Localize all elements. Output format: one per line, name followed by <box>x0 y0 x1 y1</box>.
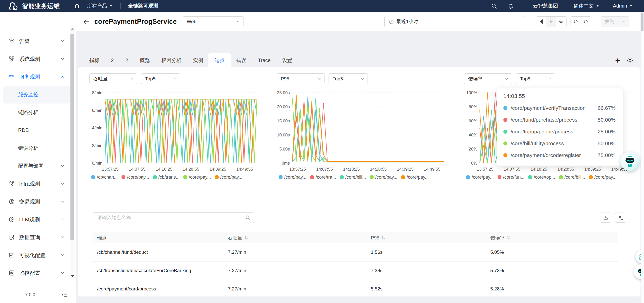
legend-item[interactable]: /core/pay... <box>122 175 149 180</box>
legend-item[interactable]: /core/fun... <box>498 175 525 180</box>
chart-canvas[interactable]: 8/min6/min4/min2/min0/min13:57:2514:07:5… <box>89 89 259 174</box>
sidebar-item-LLM观测[interactable]: LLM观测 <box>0 211 70 228</box>
time-forward-button[interactable] <box>546 17 556 27</box>
throughput-chart: 吞吐量Top58/min6/min4/min2/min0/min13:57:25… <box>89 73 259 180</box>
caret-down-icon <box>109 4 113 8</box>
svg-text:14:39:25: 14:39:25 <box>210 167 226 172</box>
compare-select[interactable]: 关闭 <box>601 16 629 27</box>
legend-item[interactable]: /core/pay... <box>466 175 494 180</box>
sidebar-subitem-链路分析[interactable]: 链路分析 <box>0 104 70 121</box>
metric-select-value: P95 <box>281 76 289 82</box>
column-header-P95[interactable]: P95⇅ <box>367 235 486 241</box>
topn-select[interactable]: Top5 <box>141 73 180 84</box>
time-back-button[interactable] <box>536 17 546 27</box>
sidebar-item-交易观测[interactable]: 交易观测 <box>0 193 70 211</box>
topn-select[interactable]: Top5 <box>329 73 368 84</box>
legend-item[interactable]: /cb/trans... <box>153 175 180 180</box>
add-panel-button[interactable]: + <box>615 56 620 65</box>
legend-item[interactable]: /core/pay... <box>370 175 397 180</box>
metric-select[interactable]: 吞吐量 <box>89 73 137 84</box>
column-header-吞吐量[interactable]: 吞吐量⇅ <box>224 235 367 241</box>
column-settings-button[interactable] <box>615 213 626 223</box>
refresh-button[interactable] <box>571 17 581 27</box>
products-menu[interactable]: 所有产品 <box>87 3 113 9</box>
tab-指标[interactable]: 指标 <box>89 53 99 67</box>
tooltip-rows: /core/payment/verifyTransaction66.67%/co… <box>503 102 616 161</box>
assistant-avatar[interactable] <box>620 152 639 171</box>
p95-chart: P95Top525.00s20.00s15.00s10.00s5.00s0ms1… <box>277 73 447 180</box>
tab-2[interactable]: 2 <box>111 53 114 67</box>
tab-Trace[interactable]: Trace <box>258 53 270 67</box>
svg-text:14:28:55: 14:28:55 <box>183 167 199 172</box>
search-icon[interactable] <box>491 3 497 9</box>
sidebar-scrollbar-thumb[interactable] <box>70 34 74 240</box>
chevron-down-icon <box>548 77 552 81</box>
sidebar-subitem-错误分析[interactable]: 错误分析 <box>0 139 70 157</box>
sidebar-item-Infra观测[interactable]: Infra观测 <box>0 175 70 193</box>
caret-down-icon <box>629 4 633 8</box>
gear-icon[interactable] <box>627 57 633 64</box>
tab-概览[interactable]: 概览 <box>140 53 150 67</box>
download-button[interactable] <box>600 213 611 223</box>
chevron-down-icon <box>361 77 364 81</box>
legend-item[interactable]: /core/top... <box>528 175 555 180</box>
org-name[interactable]: 云智慧集团 <box>533 3 558 9</box>
sidebar-subitem-服务监控[interactable]: 服务监控 <box>3 86 70 104</box>
sidebar-scrollbar[interactable] <box>70 26 75 279</box>
page-scrollbar-thumb[interactable] <box>641 13 643 31</box>
notifications-bell-icon[interactable] <box>508 3 514 9</box>
table-row[interactable]: /core/payment/card/process7.27/min5.52s5… <box>93 280 618 298</box>
sort-icon[interactable]: ⇅ <box>507 235 510 241</box>
tab-实例[interactable]: 实例 <box>193 53 203 67</box>
legend-item[interactable]: /core/pay... <box>279 175 306 180</box>
auto-refresh-button[interactable] <box>581 17 591 27</box>
chart-canvas[interactable]: 25.00s20.00s15.00s10.00s5.00s0ms13:57:25… <box>277 89 447 174</box>
legend-item[interactable]: /cb/chan... <box>91 175 118 180</box>
scroll-up-arrow-icon[interactable] <box>71 28 74 30</box>
column-label: P95 <box>371 235 379 241</box>
scroll-down-arrow-icon[interactable] <box>71 275 74 277</box>
home-button[interactable] <box>74 3 80 9</box>
page-scrollbar[interactable] <box>641 12 644 303</box>
sort-icon[interactable]: ⇅ <box>381 235 385 241</box>
column-header-错误率[interactable]: 错误率⇅ <box>486 235 618 241</box>
back-button[interactable] <box>83 18 90 25</box>
topn-select[interactable]: Top5 <box>516 73 555 84</box>
sidebar-item-数据查询...[interactable]: 数据查询... <box>0 228 70 246</box>
metric-select[interactable]: P95 <box>277 73 325 84</box>
active-product-link[interactable]: 全链路可观测 <box>128 3 158 9</box>
app-type-select[interactable]: Web <box>183 16 244 27</box>
legend-item[interactable]: /core/pay... <box>401 175 429 180</box>
legend-item[interactable]: /core/pay... <box>589 175 617 180</box>
tab-2[interactable]: 2 <box>125 53 128 67</box>
sidebar-subitem-配置与部署[interactable]: 配置与部署 <box>0 157 70 175</box>
chart-legend: /core/pay.../core/fun.../core/top.../cor… <box>464 175 634 180</box>
tab-错误[interactable]: 错误 <box>236 53 246 67</box>
language-select[interactable]: 简体中文 <box>574 3 599 9</box>
sidebar-item-可视化配置[interactable]: 可视化配置 <box>0 246 70 264</box>
legend-item[interactable]: /core/pay... <box>183 175 211 180</box>
chevron-down-icon <box>61 182 64 186</box>
legend-item[interactable]: /core/bill... <box>340 175 366 180</box>
legend-item[interactable]: /core/pay... <box>215 175 243 180</box>
time-range-picker[interactable]: 最近1小时 <box>384 16 525 27</box>
tab-根因分析[interactable]: 根因分析 <box>161 53 181 67</box>
sidebar-item-服务观测[interactable]: 服务观测 <box>0 68 70 86</box>
endpoint-search-input[interactable] <box>93 212 254 223</box>
collapse-sidebar-button[interactable] <box>61 291 68 298</box>
metric-select[interactable]: 错误率 <box>464 73 512 84</box>
table-row[interactable]: /cb/transaction/fee/calculateForCoreBank… <box>93 262 618 280</box>
sort-icon[interactable]: ⇅ <box>244 235 248 241</box>
table-row[interactable]: /cb/channel/fund/deduct7.27/min1.56s5.05… <box>93 243 618 262</box>
legend-item[interactable]: /core/tra... <box>310 175 336 180</box>
legend-item[interactable]: /core/bill... <box>559 175 585 180</box>
sidebar-item-监控配置[interactable]: 监控配置 <box>0 264 70 282</box>
tab-设置[interactable]: 设置 <box>282 53 292 67</box>
zoom-in-button[interactable] <box>556 17 566 27</box>
user-menu[interactable]: Admin <box>613 3 633 9</box>
series-dot <box>503 106 507 110</box>
sidebar-item-告警[interactable]: 告警 <box>0 32 70 50</box>
tab-端点[interactable]: 端点 <box>208 53 231 67</box>
sidebar-subitem-RDB[interactable]: RDB <box>0 121 70 139</box>
sidebar-item-系统观测[interactable]: 系统观测 <box>0 50 70 68</box>
